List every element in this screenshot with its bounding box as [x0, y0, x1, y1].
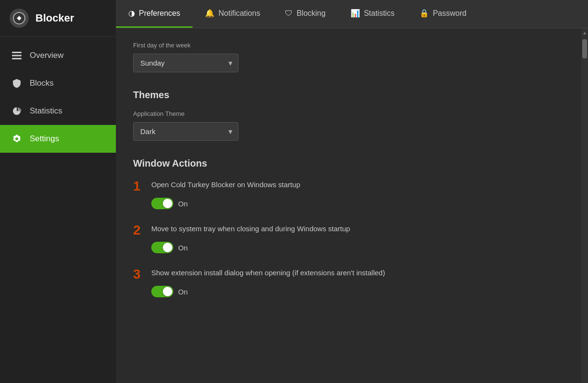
scrollbar-up-arrow[interactable]: ▲ [582, 28, 587, 37]
menu-icon [11, 50, 22, 61]
tab-statistics[interactable]: 📊 Statistics [338, 0, 407, 28]
action-number-3: 3 [133, 268, 145, 281]
tab-notifications[interactable]: 🔔 Notifications [192, 0, 272, 28]
toggle-row-2: On [133, 242, 564, 253]
app-name: Blocker [35, 12, 74, 24]
first-day-select[interactable]: Sunday Monday [133, 54, 238, 72]
sidebar-item-statistics-label: Statistics [30, 106, 62, 116]
sidebar-nav: Overview Blocks Statistics [0, 37, 116, 153]
sidebar-item-settings-label: Settings [30, 134, 59, 144]
pie-icon [11, 106, 22, 116]
scrollbar-thumb[interactable] [582, 39, 587, 58]
action-item-3: 3 Show extension install dialog when ope… [133, 267, 564, 297]
first-day-label: First day of the week [133, 42, 564, 49]
action-text-3: Show extension install dialog when openi… [151, 267, 385, 277]
tab-preferences-label: Preferences [139, 9, 180, 18]
sidebar-item-blocks-label: Blocks [30, 79, 54, 88]
window-actions-list: 1 Open Cold Turkey Blocker on Windows st… [133, 179, 564, 297]
tab-statistics-label: Statistics [364, 9, 395, 18]
tab-bar: ◑ Preferences 🔔 Notifications 🛡 Blocking… [116, 0, 588, 28]
svg-rect-4 [12, 58, 22, 59]
sidebar-item-settings[interactable]: Settings [0, 125, 116, 153]
toggle-2[interactable] [151, 242, 173, 253]
toggle-1[interactable] [151, 198, 173, 209]
toggle-row-1: On [133, 198, 564, 209]
blocking-icon: 🛡 [285, 9, 293, 18]
first-day-select-wrapper: Sunday Monday ▼ [133, 54, 238, 72]
preferences-icon: ◑ [128, 9, 135, 18]
action-item-1: 1 Open Cold Turkey Blocker on Windows st… [133, 179, 564, 209]
toggle-3[interactable] [151, 286, 173, 297]
themes-title: Themes [133, 90, 564, 101]
sidebar: Blocker Overview Blocks [0, 0, 116, 383]
gear-icon [11, 134, 22, 144]
password-icon: 🔒 [419, 9, 429, 18]
svg-rect-3 [12, 55, 22, 56]
tab-password[interactable]: 🔒 Password [407, 0, 479, 28]
app-header: Blocker [0, 0, 116, 37]
sidebar-item-blocks[interactable]: Blocks [0, 69, 116, 97]
toggle-row-3: On [133, 286, 564, 297]
shield-icon [11, 78, 22, 89]
tab-notifications-label: Notifications [218, 9, 260, 18]
statistics-tab-icon: 📊 [351, 9, 360, 18]
action-row-3: 3 Show extension install dialog when ope… [133, 267, 564, 281]
app-theme-select-wrapper: Dark Light ▼ [133, 122, 238, 141]
app-theme-label: Application Theme [133, 110, 564, 117]
action-text-1: Open Cold Turkey Blocker on Windows star… [151, 179, 300, 189]
toggle-label-2: On [178, 244, 188, 252]
svg-rect-2 [12, 52, 22, 53]
tab-preferences[interactable]: ◑ Preferences [116, 0, 192, 28]
action-text-2: Move to system tray when closing and dur… [151, 223, 350, 233]
preferences-content: First day of the week Sunday Monday ▼ Th… [116, 28, 581, 383]
toggle-label-1: On [178, 200, 188, 208]
action-number-1: 1 [133, 180, 145, 193]
sidebar-item-overview[interactable]: Overview [0, 42, 116, 69]
action-row-1: 1 Open Cold Turkey Blocker on Windows st… [133, 179, 564, 193]
app-logo [10, 9, 29, 28]
app-theme-select[interactable]: Dark Light [133, 122, 238, 141]
svg-point-1 [18, 17, 21, 20]
tab-blocking-label: Blocking [296, 9, 325, 18]
main-area: ◑ Preferences 🔔 Notifications 🛡 Blocking… [116, 0, 588, 383]
right-scrollbar[interactable]: ▲ [581, 28, 588, 383]
tab-password-label: Password [433, 9, 466, 18]
window-actions-title: Window Actions [133, 158, 564, 169]
action-number-2: 2 [133, 224, 145, 237]
action-item-2: 2 Move to system tray when closing and d… [133, 223, 564, 253]
action-row-2: 2 Move to system tray when closing and d… [133, 223, 564, 237]
sidebar-item-overview-label: Overview [30, 51, 64, 60]
notifications-icon: 🔔 [205, 9, 215, 18]
sidebar-item-statistics[interactable]: Statistics [0, 97, 116, 125]
toggle-label-3: On [178, 288, 188, 296]
tab-blocking[interactable]: 🛡 Blocking [272, 0, 338, 28]
